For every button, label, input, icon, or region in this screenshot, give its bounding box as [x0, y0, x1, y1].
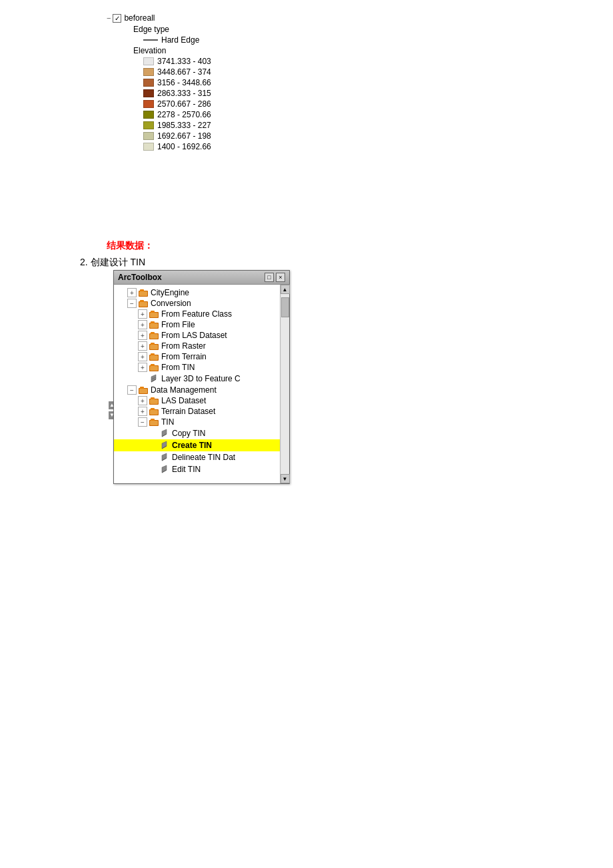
label-delineate-tin: Delineate TIN Dat	[172, 453, 235, 462]
tool-icon-edit-tin	[159, 464, 170, 475]
range-text-3: 2863.333 - 315	[157, 89, 211, 98]
range-row-5: 2278 - 2570.66	[143, 110, 293, 119]
label-from-raster: From Raster	[161, 341, 206, 351]
label-terrain-dataset: Terrain Dataset	[161, 407, 215, 416]
tree-item-terrain-dataset[interactable]: + Terrain Dataset	[114, 406, 280, 417]
toolbox-icon-from-las-dataset	[149, 331, 159, 340]
tree-item-from-file[interactable]: + From File	[114, 319, 280, 330]
arctoolbox-title: ArcToolbox	[118, 273, 162, 282]
expand-terrain-dataset[interactable]: +	[138, 407, 147, 416]
toolbox-icon-from-raster	[149, 341, 159, 351]
tree-item-edit-tin[interactable]: Edit TIN	[114, 463, 280, 475]
tree-item-delineate-tin[interactable]: Delineate TIN Dat	[114, 451, 280, 463]
expand-las-dataset[interactable]: +	[138, 396, 147, 405]
legend-section: − beforeall Edge type Hard Edge Elevatio…	[107, 13, 293, 153]
tree-item-create-tin[interactable]: Create TIN	[114, 439, 280, 451]
range-row-4: 2570.667 - 286	[143, 99, 293, 109]
beforeall-label: beforeall	[124, 13, 155, 23]
arctoolbox-titlebar: ArcToolbox □ ×	[114, 271, 289, 285]
range-text-2: 3156 - 3448.66	[157, 78, 211, 87]
range-row-8: 1400 - 1692.66	[143, 142, 293, 151]
expand-from-feature-class[interactable]: +	[138, 309, 147, 319]
expand-conversion[interactable]: −	[127, 299, 137, 308]
swatch-3	[143, 89, 154, 97]
close-button[interactable]: ×	[276, 273, 285, 282]
expand-cityengine[interactable]: +	[127, 288, 137, 297]
beforeall-row: − beforeall	[107, 13, 293, 23]
label-data-management: Data Management	[151, 385, 217, 395]
hard-edge-line-icon	[143, 39, 158, 41]
tree-item-from-tin[interactable]: + From TIN	[114, 362, 280, 373]
tree-item-data-management[interactable]: − Data Management	[114, 385, 280, 395]
tree-item-from-feature-class[interactable]: + From Feature Class	[114, 309, 280, 319]
expand-from-file[interactable]: +	[138, 320, 147, 329]
range-text-6: 1985.333 - 227	[157, 121, 211, 130]
tree-item-conversion[interactable]: − Conversion	[114, 298, 280, 309]
swatch-8	[143, 143, 154, 151]
label-edit-tin: Edit TIN	[172, 465, 201, 474]
swatch-2	[143, 79, 154, 87]
tree-item-from-raster[interactable]: + From Raster	[114, 341, 280, 351]
scroll-up-button[interactable]: ▲	[281, 285, 290, 294]
tree-item-layer-3d[interactable]: Layer 3D to Feature C	[114, 373, 280, 385]
expand-tin[interactable]: −	[138, 417, 147, 427]
svg-rect-8	[150, 313, 158, 317]
svg-rect-29	[139, 389, 147, 393]
range-text-8: 1400 - 1692.66	[157, 142, 211, 151]
tool-icon-delineate-tin	[159, 452, 170, 463]
expand-from-raster[interactable]: +	[138, 341, 147, 351]
toolbox-icon-from-feature-class	[149, 309, 159, 319]
label-create-tin: Create TIN	[172, 441, 212, 450]
elevation-label: Elevation	[133, 46, 166, 55]
expand-from-terrain[interactable]: +	[138, 352, 147, 361]
scroll-down-button[interactable]: ▼	[281, 474, 290, 483]
toolbox-icon-terrain-dataset	[149, 407, 159, 416]
toolbox-icon-data-management	[138, 385, 149, 395]
expand-data-management[interactable]: −	[127, 385, 137, 395]
swatch-4	[143, 100, 154, 108]
tree-item-cityengine[interactable]: + CityEngine	[114, 287, 280, 298]
expand-from-tin[interactable]: +	[138, 363, 147, 372]
svg-rect-11	[150, 323, 158, 328]
list-item-2-text: 2. 创建设计 TIN	[80, 257, 145, 267]
svg-rect-35	[150, 410, 158, 415]
arctoolbox-body: + CityEngine −	[114, 285, 289, 483]
list-item-2: 2. 创建设计 TIN	[80, 257, 145, 269]
range-text-0: 3741.333 - 403	[157, 57, 211, 66]
arctoolbox-window: ArcToolbox □ × +	[113, 270, 290, 484]
tool-icon-layer-3d	[149, 373, 159, 384]
svg-rect-20	[150, 355, 158, 360]
edge-type-row: Edge type	[133, 25, 293, 34]
label-layer-3d: Layer 3D to Feature C	[161, 374, 241, 383]
svg-rect-2	[139, 291, 147, 296]
tree-item-from-terrain[interactable]: + From Terrain	[114, 351, 280, 362]
toolbox-icon-conversion	[138, 299, 149, 308]
label-las-dataset: LAS Dataset	[161, 396, 206, 405]
tree-item-from-las-dataset[interactable]: + From LAS Dataset	[114, 330, 280, 341]
beforeall-checkbox[interactable]	[113, 14, 121, 23]
range-text-5: 2278 - 2570.66	[157, 110, 211, 119]
expand-from-las-dataset[interactable]: +	[138, 331, 147, 340]
svg-rect-32	[150, 399, 158, 404]
minimize-button[interactable]: □	[265, 273, 274, 282]
tree-item-las-dataset[interactable]: + LAS Dataset	[114, 395, 280, 406]
edge-type-label: Edge type	[133, 25, 169, 34]
range-text-4: 2570.667 - 286	[157, 99, 211, 109]
swatch-0	[143, 57, 154, 65]
tree-content: + CityEngine −	[114, 285, 280, 483]
range-row-2: 3156 - 3448.66	[143, 78, 293, 87]
svg-rect-17	[150, 345, 158, 349]
scroll-thumb[interactable]	[281, 297, 289, 317]
svg-rect-23	[150, 366, 158, 371]
svg-rect-14	[150, 334, 158, 339]
toolbox-icon-from-tin	[149, 363, 159, 372]
elevation-label-row: Elevation	[133, 46, 293, 55]
tree-item-copy-tin[interactable]: Copy TIN	[114, 427, 280, 439]
tool-icon-copy-tin	[159, 428, 170, 439]
range-row-0: 3741.333 - 403	[143, 57, 293, 66]
scroll-track	[281, 294, 289, 474]
toolbox-icon-cityengine	[138, 288, 149, 297]
swatch-7	[143, 132, 154, 140]
tree-item-tin[interactable]: − TIN	[114, 417, 280, 427]
label-from-file: From File	[161, 320, 195, 329]
